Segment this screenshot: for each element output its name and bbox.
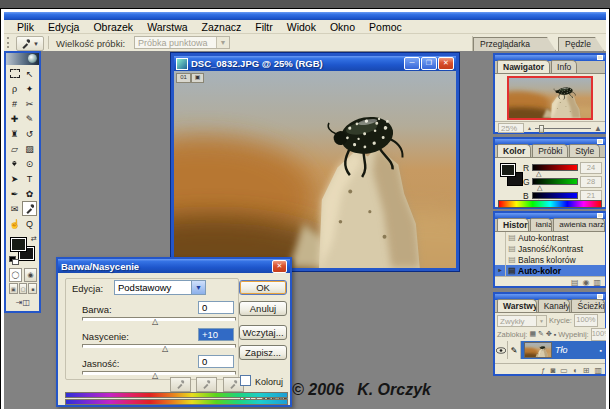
tab-brushes[interactable]: Pędzle [558, 37, 604, 51]
tool-custom-shape[interactable]: ✿ [22, 186, 37, 201]
delete-state-button[interactable]: ▥ [593, 278, 601, 287]
tab-tool-presets[interactable]: awienia narzędzia [553, 218, 605, 231]
saturation-slider[interactable]: △ [82, 343, 234, 351]
tool-history-brush[interactable]: ↺ [22, 126, 37, 141]
eyedropper-sample-button[interactable] [170, 377, 191, 392]
tool-blur[interactable]: ♠ [7, 156, 22, 171]
visibility-toggle[interactable] [495, 341, 508, 359]
blend-mode-dropdown[interactable]: Zwykły ▼ [497, 315, 547, 327]
slider-thumb[interactable]: △ [152, 318, 158, 326]
tool-hand[interactable]: ☝ [7, 216, 22, 231]
tab-channels[interactable]: Kanały [538, 299, 571, 312]
history-item-selected[interactable]: ▸ ▤ Auto-kolor [495, 265, 605, 276]
adobe-banner[interactable] [6, 53, 39, 65]
tab-layers[interactable]: Warstwy [497, 299, 537, 312]
layer-name[interactable]: Tło [555, 345, 600, 355]
menu-widok[interactable]: Widok [280, 20, 323, 34]
menu-okno[interactable]: Okno [323, 20, 362, 34]
history-source-well[interactable] [495, 232, 506, 243]
tab-paths[interactable]: Ścieżki [571, 299, 605, 312]
zoom-in-icon[interactable]: ▲ [594, 124, 602, 133]
tool-clone-stamp[interactable]: ♜ [7, 126, 22, 141]
layer-thumbnail[interactable] [524, 342, 552, 358]
fullscreen-menubar-button[interactable]: ▢ [19, 283, 28, 294]
lightness-input[interactable]: 0 [198, 355, 234, 368]
tool-eyedropper[interactable] [22, 201, 37, 216]
green-value[interactable]: 28 [580, 176, 602, 188]
menu-plik[interactable]: Plik [10, 20, 41, 34]
tab-styles[interactable]: Style [569, 144, 600, 157]
tool-dodge[interactable]: ⊙ [22, 156, 37, 171]
tool-slice[interactable]: ✂ [22, 96, 37, 111]
standard-screen-button[interactable]: ▣ [9, 283, 18, 294]
cancel-button[interactable]: Anuluj [239, 301, 287, 316]
sample-size-dropdown[interactable]: Próbka punktowa ▼ [134, 36, 230, 49]
default-colors-icon[interactable] [9, 256, 18, 264]
tool-rectangular-marquee[interactable] [7, 66, 22, 81]
lock-all-icon[interactable]: ▪ [554, 331, 556, 338]
tool-type[interactable]: T [22, 171, 37, 186]
adjustment-layer-button[interactable]: ◐ [573, 366, 578, 375]
delete-layer-button[interactable]: ▥ [594, 366, 602, 375]
navigator-viewbox[interactable] [507, 76, 593, 120]
blue-slider[interactable]: △ [532, 192, 578, 199]
layer-row-background[interactable]: ✎ Tło ▪ [495, 341, 605, 359]
close-button[interactable]: ✕ [438, 57, 454, 70]
tool-eraser[interactable]: ▱ [7, 141, 22, 156]
standard-mode-button[interactable]: ◯ [9, 268, 22, 282]
tool-path-selection[interactable]: ➤ [7, 171, 22, 186]
tool-lasso[interactable]: ρ [7, 81, 22, 96]
tab-info[interactable]: Info [551, 60, 577, 73]
menu-obrazek[interactable]: Obrazek [86, 20, 140, 34]
foreground-color-swatch[interactable] [500, 163, 516, 177]
edit-dropdown[interactable]: Podstawowy ▼ [114, 280, 206, 295]
document-titlebar[interactable]: DSC_0832.JPG @ 25% (RGB) ─ ❐ ✕ [174, 56, 456, 71]
opacity-value[interactable]: 100% [574, 314, 598, 327]
minimize-button[interactable]: ─ [404, 57, 420, 70]
tool-zoom[interactable]: Q [22, 216, 37, 231]
menu-pomoc[interactable]: Pomoc [362, 20, 409, 34]
dialog-close-button[interactable]: ✕ [272, 260, 287, 273]
history-source-well[interactable] [495, 254, 506, 265]
zoom-slider[interactable] [535, 124, 591, 133]
zoom-percent-field[interactable]: 25% [498, 123, 524, 133]
fullscreen-button[interactable]: ■ [28, 283, 37, 294]
current-tool-button[interactable]: ▼ [16, 36, 44, 51]
tool-gradient[interactable]: ▨ [22, 141, 37, 156]
menu-warstwa[interactable]: Warstwa [140, 20, 194, 34]
history-item[interactable]: ▤ Jasność/Kontrast [495, 243, 605, 254]
foreground-color-swatch[interactable] [10, 237, 27, 252]
history-item[interactable]: ▤ Balans kolorów [495, 254, 605, 265]
eyedropper-add-button[interactable] [196, 377, 217, 392]
jump-to-imageready-button[interactable]: ⇥◫ [9, 296, 37, 309]
maximize-button[interactable]: ❐ [421, 57, 437, 70]
new-snapshot-button[interactable]: ◉ [582, 278, 589, 287]
lock-position-icon[interactable]: ✥ [546, 330, 552, 338]
history-item[interactable]: ▤ Auto-kontrast [495, 232, 605, 243]
slider-thumb[interactable]: △ [162, 345, 168, 353]
tab-navigator[interactable]: Nawigator [497, 60, 550, 73]
options-grip[interactable] [7, 37, 12, 48]
layer-style-button[interactable]: ƒ [541, 366, 545, 375]
palette-minimize-button[interactable] [597, 139, 603, 144]
tool-crop[interactable]: # [7, 96, 22, 111]
tool-healing-brush[interactable]: ✚ [7, 111, 22, 126]
tab-color[interactable]: Kolor [497, 144, 531, 157]
saturation-input[interactable]: +10 [198, 328, 234, 341]
palette-minimize-button[interactable] [597, 55, 603, 60]
menu-zaznacz[interactable]: Zaznacz [195, 20, 249, 34]
tool-move[interactable]: ↖ [22, 66, 37, 81]
tool-notes[interactable]: ✉ [7, 201, 22, 216]
new-document-from-state-button[interactable]: ▤ [571, 278, 579, 287]
swap-colors-icon[interactable]: ⇄ [31, 235, 37, 243]
zoom-out-icon[interactable]: ▲ [527, 125, 532, 131]
annotation-icon[interactable]: ▣ [191, 73, 204, 83]
save-button[interactable]: Zapisz... [239, 345, 287, 360]
menu-filtr[interactable]: Filtr [248, 20, 280, 34]
tab-actions[interactable]: łania [530, 218, 553, 231]
slider-thumb[interactable]: △ [152, 372, 158, 380]
tool-pen[interactable]: ✒ [7, 186, 22, 201]
tab-swatches[interactable]: Próbki [532, 144, 568, 157]
red-value[interactable]: 24 [580, 162, 602, 174]
ok-button[interactable]: OK [239, 280, 287, 295]
